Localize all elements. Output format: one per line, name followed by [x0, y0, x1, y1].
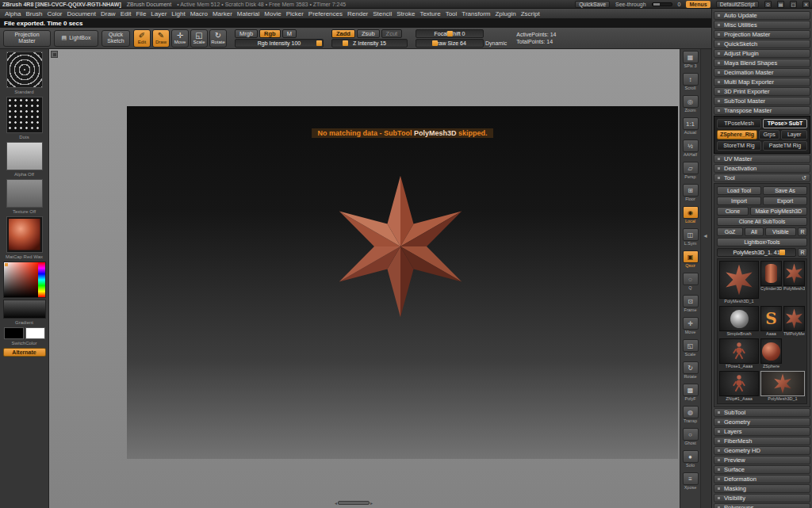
tray-section[interactable]: Preview: [714, 456, 810, 464]
shelf-icon[interactable]: ◌: [683, 273, 699, 285]
shelf-icon[interactable]: ◱: [683, 339, 699, 352]
polymesh-star-model[interactable]: [325, 171, 476, 322]
menus-toggle[interactable]: Menus: [686, 1, 710, 8]
shelf-icon[interactable]: ◎: [683, 95, 699, 108]
menu-item[interactable]: Zscript: [519, 10, 542, 18]
color-picker[interactable]: [3, 262, 46, 298]
shelf-item[interactable]: ½ AAHalf: [683, 139, 699, 162]
shelf-icon[interactable]: ↻: [683, 361, 699, 374]
shelf-icon[interactable]: ⊡: [683, 295, 699, 307]
see-through-slider[interactable]: [652, 2, 672, 6]
m-toggle[interactable]: M: [282, 29, 297, 38]
tray-section[interactable]: Polygroups: [714, 503, 810, 508]
shelf-icon[interactable]: ✛: [683, 317, 699, 330]
draw-size-slider[interactable]: Draw Size 64: [416, 39, 484, 48]
tray-collapse-icon[interactable]: ◄: [703, 233, 708, 239]
mode-button[interactable]: ✐ Edit: [133, 29, 151, 48]
tposemesh-button[interactable]: TPoseMesh: [717, 119, 761, 128]
window-stack-icon[interactable]: ▤: [777, 1, 784, 8]
tray-section[interactable]: Masking: [714, 484, 810, 493]
tray-section[interactable]: Decimation Master: [714, 68, 810, 77]
shelf-item[interactable]: ⊞ Floor: [683, 184, 699, 206]
menu-item[interactable]: Alpha: [2, 10, 23, 18]
shelf-icon[interactable]: ½: [683, 139, 699, 152]
shelf-icon[interactable]: 1:1: [683, 117, 699, 130]
zcut-toggle[interactable]: Zcut: [381, 29, 403, 38]
tray-section[interactable]: FiberMesh: [714, 437, 810, 445]
selected-tool-thumbnail[interactable]: PolyMesh3D_1: [760, 371, 805, 402]
shelf-item[interactable]: ↻ Rotate: [683, 361, 699, 384]
tray-section-tool[interactable]: Tool ↺: [714, 174, 810, 182]
z-intensity-slider[interactable]: Z Intensity 15: [331, 39, 408, 48]
tool-thumbnail[interactable]: ZNip#1_Aaaa: [719, 371, 759, 402]
shelf-icon[interactable]: ○: [683, 428, 699, 441]
zadd-toggle[interactable]: Zadd: [331, 29, 355, 38]
load-tool-button[interactable]: Load Tool: [717, 186, 761, 195]
menu-item[interactable]: Light: [169, 10, 187, 18]
menu-item[interactable]: Movie: [262, 10, 283, 18]
tray-section[interactable]: Deformation: [714, 475, 810, 483]
dynamic-label[interactable]: Dynamic: [485, 40, 507, 46]
menu-item[interactable]: Render: [345, 10, 370, 18]
tool-thumbnail[interactable]: PolyMesh3D: [783, 261, 805, 292]
tool-thumbnail[interactable]: Cylinder3D: [760, 261, 782, 292]
projection-master-button[interactable]: Projection Master: [3, 30, 51, 47]
shelf-icon[interactable]: ●: [683, 450, 699, 463]
window-circle-icon[interactable]: ⊙: [764, 1, 772, 8]
shelf-item[interactable]: ◌ Q: [683, 273, 699, 295]
menu-item[interactable]: Picker: [284, 10, 306, 18]
current-tool-thumbnail[interactable]: PolyMesh3D_1: [719, 261, 759, 304]
shelf-item[interactable]: ◍ Transp: [683, 406, 699, 428]
texture-thumbnail[interactable]: [6, 179, 43, 208]
quicksave-button[interactable]: QuickSave: [575, 1, 610, 8]
shelf-icon[interactable]: ▱: [683, 162, 699, 174]
tray-section[interactable]: Multi Map Exporter: [714, 78, 810, 86]
tray-section[interactable]: Geometry HD: [714, 446, 810, 455]
window-restore-icon[interactable]: ▢: [790, 1, 797, 8]
menu-item[interactable]: Material: [235, 10, 262, 18]
tool-thumbnail[interactable]: SimpleBrush: [719, 306, 759, 337]
shelf-icon[interactable]: ▩: [683, 384, 699, 396]
tray-section[interactable]: Geometry: [714, 418, 810, 426]
tray-section[interactable]: Misc Utilities: [714, 21, 810, 29]
menu-item[interactable]: Tool: [443, 10, 460, 18]
clone-button[interactable]: Clone: [717, 207, 749, 216]
scroll-left-icon[interactable]: ◂: [335, 500, 337, 506]
shelf-item[interactable]: ⊡ Frame: [683, 295, 699, 317]
goz-visible-button[interactable]: Visible: [765, 227, 796, 236]
menu-item[interactable]: Transform: [459, 10, 492, 18]
lightbox-button[interactable]: ▤ LightBox: [54, 30, 98, 47]
tray-section[interactable]: Layers: [714, 427, 810, 436]
stroke-thumbnail[interactable]: [6, 97, 43, 133]
saturation-square[interactable]: [4, 262, 38, 297]
menu-item[interactable]: Preferences: [306, 10, 345, 18]
mode-button[interactable]: ↻ Rotate: [209, 29, 227, 48]
tray-section[interactable]: QuickSketch: [714, 40, 810, 48]
document-canvas[interactable]: No matching data - SubTool PolyMesh3D sk…: [127, 106, 678, 459]
shelf-item[interactable]: ◫ L.Sym: [683, 228, 699, 250]
tray-section[interactable]: SubTool Master: [714, 97, 810, 105]
shelf-item[interactable]: ↕ Scroll: [683, 73, 699, 95]
import-button[interactable]: Import: [717, 197, 761, 205]
zsphere-rig-button[interactable]: ZSphere_Rig: [717, 130, 757, 139]
clone-all-subtools-button[interactable]: Clone All SubTools: [717, 217, 807, 226]
shelf-item[interactable]: ▦ SPix 3: [683, 51, 699, 73]
mode-button[interactable]: ◱ Scale: [190, 29, 208, 48]
gradient-swatch[interactable]: [3, 300, 46, 319]
tray-section[interactable]: UV Master: [714, 155, 810, 163]
tool-thumbnail[interactable]: S Aaaa: [760, 306, 782, 337]
goz-all-button[interactable]: All: [745, 227, 764, 236]
scroll-right-icon[interactable]: ▸: [370, 500, 373, 506]
tray-section[interactable]: Adjust Plugin: [714, 49, 810, 58]
menu-item[interactable]: Brush: [23, 10, 44, 18]
tray-section[interactable]: Visibility: [714, 494, 810, 502]
tray-section[interactable]: Projection Master: [714, 30, 810, 39]
shelf-item[interactable]: ◱ Scale: [683, 339, 699, 361]
material-thumbnail[interactable]: [6, 216, 43, 253]
menu-item[interactable]: Color: [44, 10, 64, 18]
tray-divider[interactable]: ◄: [700, 49, 711, 508]
shelf-icon[interactable]: ▦: [683, 51, 699, 63]
shelf-item[interactable]: ◉ Local: [683, 206, 699, 228]
tray-section[interactable]: 3D Print Exporter: [714, 87, 810, 96]
shelf-icon[interactable]: ▣: [683, 250, 699, 263]
